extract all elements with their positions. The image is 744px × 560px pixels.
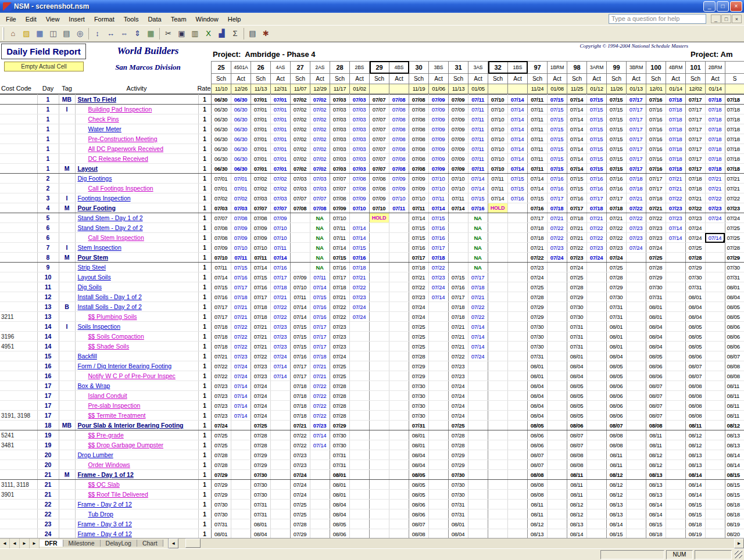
act-date-cell[interactable]: 07/14: [468, 322, 488, 332]
act-date-cell[interactable]: 07/17: [547, 193, 567, 203]
act-date-cell[interactable]: [586, 322, 606, 332]
act-date-cell[interactable]: [389, 322, 409, 332]
act-date-cell[interactable]: [507, 381, 527, 391]
act-date-cell[interactable]: [428, 302, 448, 312]
act-date-cell[interactable]: [428, 519, 448, 529]
sch-date-cell[interactable]: [369, 509, 389, 519]
act-date-cell[interactable]: 07/21: [468, 292, 488, 302]
act-date-cell[interactable]: 07/01: [270, 144, 290, 154]
act-date-cell[interactable]: 07/16: [349, 253, 369, 263]
act-date-cell[interactable]: 07/14: [349, 233, 369, 243]
act-date-cell[interactable]: [389, 480, 409, 490]
sch-date-cell[interactable]: 07/30: [330, 440, 349, 450]
sch-date-cell[interactable]: 07/29: [567, 292, 586, 302]
sch-date-cell[interactable]: 07/11: [290, 292, 310, 302]
act-date-cell[interactable]: 07/01: [270, 154, 290, 164]
cost-code-cell[interactable]: [0, 529, 37, 539]
act-date-cell[interactable]: [666, 282, 685, 292]
act-date-cell[interactable]: 07/11: [428, 193, 448, 203]
activity-cell[interactable]: Frame - Day 4 of 12: [75, 529, 198, 539]
act-date-cell[interactable]: 07/14: [507, 154, 527, 164]
tag-cell[interactable]: [59, 371, 75, 381]
act-date-cell[interactable]: [349, 490, 369, 500]
cost-code-cell[interactable]: [0, 500, 37, 509]
act-date-cell[interactable]: 07/22: [626, 203, 646, 213]
sch-date-cell[interactable]: 08/06: [646, 371, 666, 381]
act-date-cell[interactable]: [586, 361, 606, 371]
act-date-cell[interactable]: 07/18: [310, 351, 330, 361]
act-date-cell[interactable]: [666, 253, 685, 263]
day-cell[interactable]: 16: [37, 371, 59, 381]
sch-date-cell[interactable]: 08/08: [409, 529, 428, 539]
doc-close-button[interactable]: ×: [732, 15, 742, 23]
sch-date-cell[interactable]: 07/25: [409, 322, 428, 332]
tag-cell[interactable]: B: [59, 302, 75, 312]
act-date-cell[interactable]: 07/03: [270, 193, 290, 203]
sch-date-cell[interactable]: 08/14: [685, 480, 705, 490]
sch-date-cell[interactable]: 07/15: [290, 332, 310, 342]
day-cell[interactable]: 3: [37, 193, 59, 203]
sch-date-cell[interactable]: 07/03: [211, 203, 231, 213]
sch-date-cell[interactable]: 07/24: [606, 253, 626, 263]
act-date-cell[interactable]: [547, 322, 567, 332]
sch-date-cell[interactable]: 07/30: [567, 312, 586, 322]
sch-date-cell[interactable]: 07/30: [409, 391, 428, 401]
act-date-cell[interactable]: [626, 480, 646, 490]
sch-date-cell[interactable]: 07/24: [448, 411, 468, 421]
day-cell[interactable]: 21: [37, 480, 59, 490]
sch-date-cell[interactable]: [369, 292, 389, 302]
sch-date-cell[interactable]: 07/23: [211, 381, 231, 391]
sch-column-header[interactable]: Sch: [212, 74, 231, 84]
chart-icon[interactable]: ▟: [215, 27, 228, 40]
sch-date-cell[interactable]: 07/17: [290, 371, 310, 381]
sch-date-cell[interactable]: 07/17: [646, 184, 666, 193]
act-date-cell[interactable]: [349, 450, 369, 460]
act-date-cell[interactable]: [428, 430, 448, 440]
sch-date-cell[interactable]: 07/28: [251, 430, 270, 440]
sch-date-cell[interactable]: 07/24: [685, 233, 705, 243]
sch-date-cell[interactable]: 07/29: [527, 312, 547, 322]
cost-code-cell[interactable]: [0, 203, 37, 213]
act-date-cell[interactable]: [586, 401, 606, 411]
act-date-cell[interactable]: 07/15: [547, 134, 567, 144]
act-date-cell[interactable]: [705, 342, 725, 351]
act-date-cell[interactable]: [468, 381, 488, 391]
act-date-cell[interactable]: 07/18: [270, 282, 290, 292]
sch-date-cell[interactable]: [290, 253, 310, 263]
act-date-cell[interactable]: [705, 371, 725, 381]
act-date-cell[interactable]: [666, 351, 685, 361]
tag-cell[interactable]: [59, 124, 75, 134]
sch-date-cell[interactable]: 07/16: [646, 105, 666, 114]
sch-date-cell[interactable]: 07/24: [409, 312, 428, 322]
sch-date-cell[interactable]: 07/23: [251, 371, 270, 381]
lot-sch-start-date[interactable]: 12/01: [646, 84, 666, 94]
sch-date-cell[interactable]: 07/30: [409, 411, 428, 421]
act-date-cell[interactable]: 07/14: [468, 332, 488, 342]
sch-date-cell[interactable]: 07/28: [211, 460, 231, 470]
act-date-cell[interactable]: [310, 460, 330, 470]
act-date-cell[interactable]: [468, 401, 488, 411]
sch-date-cell[interactable]: 07/17: [685, 124, 705, 134]
act-date-cell[interactable]: [349, 381, 369, 391]
act-date-cell[interactable]: 07/03: [349, 164, 369, 174]
act-date-cell[interactable]: [547, 480, 567, 490]
act-date-cell[interactable]: 07/24: [626, 243, 646, 253]
sch-date-cell[interactable]: HOLD: [488, 203, 507, 213]
sch-date-cell[interactable]: 07/16: [646, 134, 666, 144]
sch-date-cell[interactable]: [488, 312, 507, 322]
act-date-cell[interactable]: 07/18: [586, 203, 606, 213]
sch-date-cell[interactable]: 07/25: [685, 243, 705, 253]
cost-code-cell[interactable]: [0, 509, 37, 519]
sch-date-cell[interactable]: 07/01: [251, 154, 270, 164]
sch-date-cell[interactable]: 08/01: [646, 302, 666, 312]
sch-date-cell[interactable]: 07/09: [330, 203, 349, 213]
sch-date-cell[interactable]: 07/15: [290, 322, 310, 332]
overflow-date-cell[interactable]: 07/30: [725, 263, 744, 272]
sch-date-cell[interactable]: 08/04: [685, 312, 705, 322]
act-column-header[interactable]: Act: [627, 74, 646, 84]
save-icon[interactable]: ▦: [33, 27, 46, 40]
overflow-date-cell[interactable]: 08/11: [725, 401, 744, 411]
act-date-cell[interactable]: NA: [468, 263, 488, 272]
sch-date-cell[interactable]: 07/23: [646, 233, 666, 243]
act-date-cell[interactable]: 07/23: [270, 342, 290, 351]
